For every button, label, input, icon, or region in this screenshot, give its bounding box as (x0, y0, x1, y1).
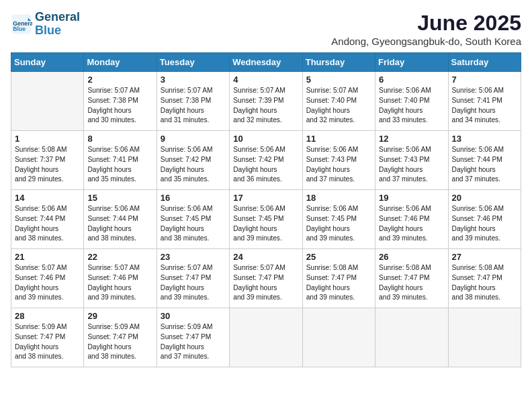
page-header: General Blue General Blue June 2025 Ando… (11, 11, 521, 47)
day-number: 3 (161, 75, 226, 85)
day-info: Sunrise: 5:06 AM Sunset: 7:45 PM Dayligh… (161, 204, 226, 244)
day-number: 19 (379, 193, 444, 203)
day-cell-3: 3 Sunrise: 5:07 AM Sunset: 7:38 PM Dayli… (157, 72, 229, 131)
day-number: 18 (306, 193, 371, 203)
day-number: 16 (161, 193, 226, 203)
day-cell-13: 13 Sunrise: 5:06 AM Sunset: 7:44 PM Dayl… (448, 131, 521, 190)
day-cell-17: 17 Sunrise: 5:06 AM Sunset: 7:45 PM Dayl… (230, 190, 302, 249)
day-cell-12: 12 Sunrise: 5:06 AM Sunset: 7:43 PM Dayl… (375, 131, 448, 190)
header-sunday: Sunday (11, 53, 84, 72)
day-info: Sunrise: 5:07 AM Sunset: 7:46 PM Dayligh… (87, 263, 152, 303)
day-number: 24 (233, 252, 298, 262)
day-number: 17 (233, 193, 298, 203)
day-cell-29: 29 Sunrise: 5:09 AM Sunset: 7:47 PM Dayl… (84, 308, 157, 367)
day-info: Sunrise: 5:06 AM Sunset: 7:45 PM Dayligh… (233, 204, 298, 244)
day-number: 12 (379, 134, 444, 144)
day-info: Sunrise: 5:09 AM Sunset: 7:47 PM Dayligh… (161, 322, 226, 362)
calendar-week-5: 28 Sunrise: 5:09 AM Sunset: 7:47 PM Dayl… (11, 308, 521, 367)
day-info: Sunrise: 5:07 AM Sunset: 7:47 PM Dayligh… (233, 263, 298, 303)
day-number: 13 (452, 134, 517, 144)
logo-text-line2: Blue (35, 24, 80, 38)
logo: General Blue General Blue (11, 11, 80, 38)
day-cell-27: 27 Sunrise: 5:08 AM Sunset: 7:47 PM Dayl… (448, 249, 521, 308)
day-cell-24: 24 Sunrise: 5:07 AM Sunset: 7:47 PM Dayl… (230, 249, 302, 308)
day-cell-16: 16 Sunrise: 5:06 AM Sunset: 7:45 PM Dayl… (157, 190, 229, 249)
calendar-header-row: SundayMondayTuesdayWednesdayThursdayFrid… (11, 53, 521, 72)
day-cell-7: 7 Sunrise: 5:06 AM Sunset: 7:41 PM Dayli… (448, 72, 521, 131)
empty-cell (448, 308, 521, 367)
day-info: Sunrise: 5:06 AM Sunset: 7:44 PM Dayligh… (15, 204, 80, 244)
day-number: 29 (87, 311, 152, 321)
header-monday: Monday (84, 53, 157, 72)
day-number: 8 (87, 134, 152, 144)
day-cell-28: 28 Sunrise: 5:09 AM Sunset: 7:47 PM Dayl… (11, 308, 84, 367)
calendar-week-3: 14 Sunrise: 5:06 AM Sunset: 7:44 PM Dayl… (11, 190, 521, 249)
day-number: 26 (379, 252, 444, 262)
day-cell-10: 10 Sunrise: 5:06 AM Sunset: 7:42 PM Dayl… (230, 131, 302, 190)
day-info: Sunrise: 5:09 AM Sunset: 7:47 PM Dayligh… (87, 322, 152, 362)
day-cell-30: 30 Sunrise: 5:09 AM Sunset: 7:47 PM Dayl… (157, 308, 229, 367)
day-cell-26: 26 Sunrise: 5:08 AM Sunset: 7:47 PM Dayl… (375, 249, 448, 308)
day-number: 4 (233, 75, 298, 85)
day-info: Sunrise: 5:08 AM Sunset: 7:47 PM Dayligh… (306, 263, 371, 303)
header-wednesday: Wednesday (230, 53, 302, 72)
day-cell-25: 25 Sunrise: 5:08 AM Sunset: 7:47 PM Dayl… (302, 249, 375, 308)
empty-cell (11, 72, 84, 131)
day-cell-5: 5 Sunrise: 5:07 AM Sunset: 7:40 PM Dayli… (302, 72, 375, 131)
day-info: Sunrise: 5:06 AM Sunset: 7:46 PM Dayligh… (452, 204, 517, 244)
day-number: 22 (87, 252, 152, 262)
day-info: Sunrise: 5:07 AM Sunset: 7:39 PM Dayligh… (233, 86, 298, 126)
day-cell-2: 2 Sunrise: 5:07 AM Sunset: 7:38 PM Dayli… (84, 72, 157, 131)
day-info: Sunrise: 5:08 AM Sunset: 7:47 PM Dayligh… (379, 263, 444, 303)
day-cell-15: 15 Sunrise: 5:06 AM Sunset: 7:44 PM Dayl… (84, 190, 157, 249)
day-number: 9 (161, 134, 226, 144)
day-info: Sunrise: 5:06 AM Sunset: 7:42 PM Dayligh… (233, 145, 298, 185)
day-info: Sunrise: 5:06 AM Sunset: 7:40 PM Dayligh… (379, 86, 444, 126)
calendar-week-2: 1 Sunrise: 5:08 AM Sunset: 7:37 PM Dayli… (11, 131, 521, 190)
day-info: Sunrise: 5:06 AM Sunset: 7:44 PM Dayligh… (452, 145, 517, 185)
day-number: 30 (161, 311, 226, 321)
day-number: 21 (15, 252, 80, 262)
calendar-table: SundayMondayTuesdayWednesdayThursdayFrid… (11, 52, 521, 367)
day-info: Sunrise: 5:06 AM Sunset: 7:42 PM Dayligh… (161, 145, 226, 185)
day-info: Sunrise: 5:08 AM Sunset: 7:37 PM Dayligh… (15, 145, 80, 185)
day-number: 2 (87, 75, 152, 85)
day-cell-18: 18 Sunrise: 5:06 AM Sunset: 7:45 PM Dayl… (302, 190, 375, 249)
day-cell-8: 8 Sunrise: 5:06 AM Sunset: 7:41 PM Dayli… (84, 131, 157, 190)
day-info: Sunrise: 5:07 AM Sunset: 7:38 PM Dayligh… (87, 86, 152, 126)
day-number: 1 (15, 134, 80, 144)
day-info: Sunrise: 5:06 AM Sunset: 7:46 PM Dayligh… (379, 204, 444, 244)
day-cell-21: 21 Sunrise: 5:07 AM Sunset: 7:46 PM Dayl… (11, 249, 84, 308)
header-saturday: Saturday (448, 53, 521, 72)
title-area: June 2025 Andong, Gyeongsangbuk-do, Sout… (331, 11, 521, 47)
empty-cell (375, 308, 448, 367)
day-info: Sunrise: 5:06 AM Sunset: 7:44 PM Dayligh… (87, 204, 152, 244)
svg-text:Blue: Blue (13, 26, 26, 32)
day-cell-20: 20 Sunrise: 5:06 AM Sunset: 7:46 PM Dayl… (448, 190, 521, 249)
day-info: Sunrise: 5:07 AM Sunset: 7:47 PM Dayligh… (161, 263, 226, 303)
day-cell-9: 9 Sunrise: 5:06 AM Sunset: 7:42 PM Dayli… (157, 131, 229, 190)
header-thursday: Thursday (302, 53, 375, 72)
day-number: 7 (452, 75, 517, 85)
day-info: Sunrise: 5:08 AM Sunset: 7:47 PM Dayligh… (452, 263, 517, 303)
day-info: Sunrise: 5:06 AM Sunset: 7:41 PM Dayligh… (87, 145, 152, 185)
header-friday: Friday (375, 53, 448, 72)
day-cell-14: 14 Sunrise: 5:06 AM Sunset: 7:44 PM Dayl… (11, 190, 84, 249)
day-info: Sunrise: 5:07 AM Sunset: 7:40 PM Dayligh… (306, 86, 371, 126)
day-info: Sunrise: 5:06 AM Sunset: 7:41 PM Dayligh… (452, 86, 517, 126)
day-number: 10 (233, 134, 298, 144)
day-number: 6 (379, 75, 444, 85)
day-cell-1: 1 Sunrise: 5:08 AM Sunset: 7:37 PM Dayli… (11, 131, 84, 190)
day-info: Sunrise: 5:07 AM Sunset: 7:38 PM Dayligh… (161, 86, 226, 126)
day-info: Sunrise: 5:06 AM Sunset: 7:43 PM Dayligh… (306, 145, 371, 185)
day-number: 5 (306, 75, 371, 85)
empty-cell (302, 308, 375, 367)
day-info: Sunrise: 5:07 AM Sunset: 7:46 PM Dayligh… (15, 263, 80, 303)
day-number: 14 (15, 193, 80, 203)
day-number: 25 (306, 252, 371, 262)
day-info: Sunrise: 5:06 AM Sunset: 7:45 PM Dayligh… (306, 204, 371, 244)
day-cell-6: 6 Sunrise: 5:06 AM Sunset: 7:40 PM Dayli… (375, 72, 448, 131)
day-cell-23: 23 Sunrise: 5:07 AM Sunset: 7:47 PM Dayl… (157, 249, 229, 308)
day-number: 23 (161, 252, 226, 262)
day-info: Sunrise: 5:06 AM Sunset: 7:43 PM Dayligh… (379, 145, 444, 185)
